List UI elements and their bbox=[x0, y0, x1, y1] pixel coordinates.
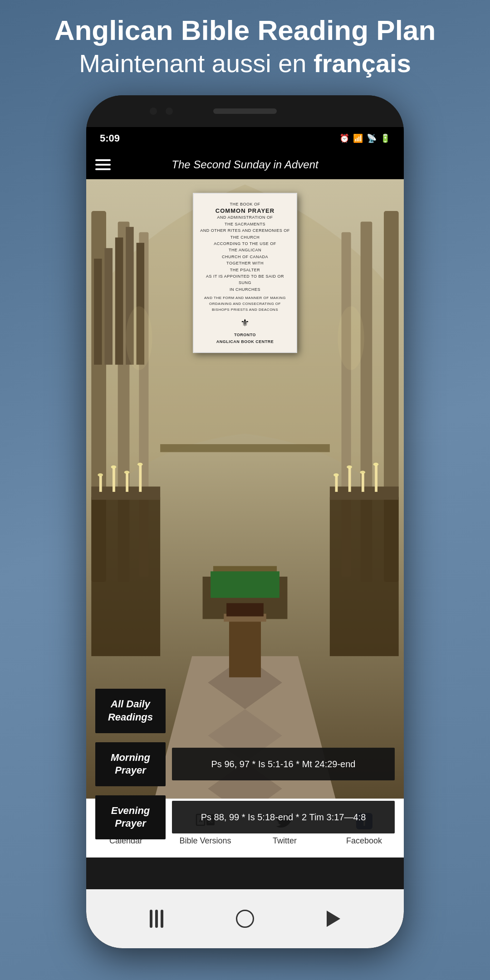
subtitle-bold: français bbox=[314, 49, 411, 78]
speaker bbox=[213, 108, 277, 114]
evening-prayer-button[interactable]: EveningPrayer bbox=[95, 795, 166, 839]
subtitle: Maintenant aussi en français bbox=[0, 47, 490, 80]
all-daily-button[interactable]: All DailyReadings bbox=[95, 689, 166, 733]
svg-rect-14 bbox=[99, 476, 102, 492]
svg-point-27 bbox=[347, 466, 352, 469]
evening-prayer-row: EveningPrayer Ps 88, 99 * Is 5:18-end * … bbox=[95, 795, 395, 839]
signal-icon: 📡 bbox=[367, 133, 377, 143]
app-screen: The Second Sunday in Advent bbox=[86, 150, 404, 858]
phone-top-bezel bbox=[86, 95, 404, 127]
bcp-line3: and administration ofThe Sacramentsand o… bbox=[200, 214, 290, 293]
bcp-line4: and the form and manner of makingordaini… bbox=[200, 295, 290, 313]
front-camera bbox=[150, 108, 157, 115]
church-image: The Book of Common Prayer and administra… bbox=[86, 179, 404, 858]
svg-point-45 bbox=[126, 306, 152, 370]
hamburger-line-1 bbox=[95, 159, 111, 161]
svg-rect-24 bbox=[335, 476, 338, 492]
svg-rect-8 bbox=[104, 248, 113, 365]
bcp-line1: The Book of bbox=[200, 201, 290, 207]
bcp-book: The Book of Common Prayer and administra… bbox=[193, 193, 297, 353]
wifi-icon: 📶 bbox=[353, 133, 363, 143]
front-sensor bbox=[166, 108, 173, 115]
status-time: 5:09 bbox=[100, 132, 120, 144]
top-header: Anglican Bible Reading Plan Maintenant a… bbox=[0, 14, 490, 80]
svg-rect-20 bbox=[139, 466, 142, 492]
svg-rect-43 bbox=[160, 444, 330, 452]
svg-rect-30 bbox=[375, 466, 377, 492]
svg-point-19 bbox=[124, 470, 130, 474]
bcp-title: Common Prayer bbox=[200, 207, 290, 214]
nav-pill-3 bbox=[161, 910, 163, 928]
nav-pill-1 bbox=[150, 910, 152, 928]
subtitle-plain: Maintenant aussi en bbox=[79, 49, 314, 78]
app-title-heading: Anglican Bible Reading Plan bbox=[0, 14, 490, 47]
svg-rect-22 bbox=[330, 497, 399, 656]
svg-rect-7 bbox=[94, 259, 102, 365]
svg-point-21 bbox=[137, 463, 143, 466]
svg-point-15 bbox=[98, 473, 103, 476]
svg-rect-26 bbox=[348, 468, 351, 492]
menu-button[interactable] bbox=[95, 159, 111, 170]
svg-point-46 bbox=[338, 306, 364, 370]
alarm-icon: ⏰ bbox=[339, 133, 349, 143]
svg-rect-40 bbox=[229, 614, 261, 677]
svg-rect-12 bbox=[91, 497, 160, 656]
svg-rect-28 bbox=[362, 473, 364, 492]
phone-bottom-bar bbox=[86, 889, 404, 948]
svg-rect-42 bbox=[226, 603, 264, 616]
bcp-publisher: TorontoAnglican Book Centre bbox=[200, 332, 290, 345]
svg-rect-18 bbox=[126, 473, 128, 492]
back-button[interactable] bbox=[327, 911, 340, 927]
status-bar: 5:09 ⏰ 📶 📡 🔋 bbox=[86, 127, 404, 150]
morning-prayer-button[interactable]: MorningPrayer bbox=[95, 742, 166, 786]
svg-point-29 bbox=[360, 470, 365, 474]
recent-apps-indicator[interactable] bbox=[150, 910, 163, 928]
all-daily-row: All DailyReadings bbox=[95, 689, 395, 733]
svg-rect-9 bbox=[115, 237, 123, 364]
svg-point-17 bbox=[111, 466, 117, 469]
bcp-crest-icon: ⚜ bbox=[200, 317, 290, 329]
svg-point-25 bbox=[333, 473, 339, 476]
app-header-bar: The Second Sunday in Advent bbox=[86, 150, 404, 179]
hamburger-line-3 bbox=[95, 168, 111, 170]
nav-pill-2 bbox=[155, 910, 158, 928]
home-button[interactable] bbox=[236, 910, 254, 928]
svg-rect-39 bbox=[211, 571, 279, 598]
service-title: The Second Sunday in Advent bbox=[172, 158, 318, 171]
morning-prayer-reading[interactable]: Ps 96, 97 * Is 5:1-16 * Mt 24:29-end bbox=[172, 748, 395, 780]
evening-prayer-reading[interactable]: Ps 88, 99 * Is 5:18-end * 2 Tim 3:17—4:8 bbox=[172, 801, 395, 833]
phone-frame: 5:09 ⏰ 📶 📡 🔋 The Second Sunday in Advent bbox=[86, 95, 404, 948]
battery-icon: 🔋 bbox=[380, 133, 390, 143]
morning-prayer-row: MorningPrayer Ps 96, 97 * Is 5:1-16 * Mt… bbox=[95, 742, 395, 786]
status-icons: ⏰ 📶 📡 🔋 bbox=[339, 133, 390, 143]
svg-point-31 bbox=[373, 463, 379, 466]
svg-rect-16 bbox=[113, 468, 115, 492]
readings-buttons: All DailyReadings MorningPrayer Ps 96, 9… bbox=[86, 689, 404, 848]
hamburger-line-2 bbox=[95, 164, 111, 166]
